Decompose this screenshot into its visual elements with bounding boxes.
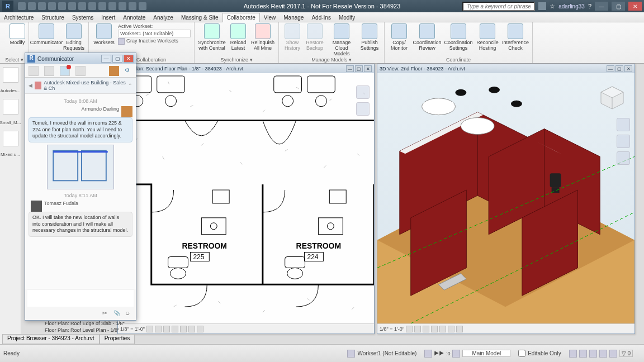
tool-emoji-icon[interactable]: ☺ — [125, 310, 132, 318]
tab-massing[interactable]: Massing & Site — [177, 13, 222, 22]
editing-requests-button[interactable]: Editing Requests — [63, 23, 85, 51]
status-main-model[interactable]: Main Model — [462, 350, 510, 357]
vc-3d-style-icon[interactable] — [414, 326, 421, 332]
msg1-attachment[interactable] — [47, 145, 114, 189]
view-min-icon[interactable]: — — [346, 65, 354, 72]
user-name[interactable]: adarling33 — [558, 3, 585, 9]
subscription-icon[interactable] — [538, 2, 546, 10]
communicator-messages[interactable]: Today 8:08 AM Armundo Darling Tomek, I m… — [25, 94, 136, 289]
comm-min-icon[interactable]: — — [101, 55, 111, 63]
tab-collaborate[interactable]: Collaborate — [222, 13, 260, 22]
tab-modify[interactable]: Modify — [335, 13, 359, 22]
communicator-input[interactable] — [27, 289, 134, 307]
tab-properties[interactable]: Properties — [100, 334, 135, 344]
browser-item[interactable]: Floor Plan: Roof Level Plan - 1/8" — [45, 327, 139, 334]
qat-save-icon[interactable] — [28, 2, 36, 10]
recent-thumb-2[interactable] — [3, 99, 18, 115]
qat-sync-icon[interactable] — [129, 2, 136, 10]
comm-tab-list-icon[interactable] — [75, 66, 86, 76]
manage-cloud-button[interactable]: Manage Cloud Models — [327, 23, 356, 57]
tab-systems[interactable]: Systems — [68, 13, 97, 22]
nav-home-icon[interactable] — [356, 85, 370, 99]
relinquish-button[interactable]: Relinquish All Mine — [250, 23, 275, 51]
qat-open-icon[interactable] — [18, 2, 26, 10]
sb-link-icon[interactable] — [579, 350, 587, 358]
restore-backup-button[interactable]: Restore Backup — [305, 23, 325, 51]
gray-inactive-button[interactable]: Gray Inactive Worksets — [118, 38, 191, 45]
3d-max-icon[interactable]: ▢ — [615, 65, 623, 72]
vc-3d-crop-icon[interactable] — [448, 326, 454, 332]
vc-3d-render-icon[interactable] — [439, 326, 446, 332]
collapse-icon[interactable]: ⌃ — [128, 83, 132, 88]
tab-architecture[interactable]: Architecture — [0, 13, 37, 22]
qat-dim-icon[interactable] — [78, 2, 86, 10]
vc-hide-icon[interactable] — [188, 326, 195, 332]
vc-sun-icon[interactable] — [163, 326, 170, 332]
status-workset-icon[interactable] — [347, 350, 355, 358]
sb-face-icon[interactable] — [599, 350, 607, 358]
qat-sel-icon[interactable] — [108, 2, 116, 10]
3d-view-canvas[interactable] — [377, 73, 634, 323]
qat-undo-icon[interactable] — [38, 2, 46, 10]
tool-cut-icon[interactable]: ✂ — [102, 310, 110, 318]
vc-3d-sun-icon[interactable] — [423, 326, 429, 332]
help-icon[interactable]: ? — [588, 3, 591, 9]
vc-detail-icon[interactable] — [146, 326, 153, 332]
tab-view[interactable]: View — [260, 13, 280, 22]
nav-wheel-icon[interactable] — [356, 102, 370, 116]
comm-settings-icon[interactable]: ⚙ — [125, 67, 132, 75]
worksets-button[interactable]: Worksets — [92, 23, 116, 46]
publish-settings-button[interactable]: Publish Settings — [358, 23, 381, 51]
tab-analyze[interactable]: Analyze — [149, 13, 177, 22]
interference-check-button[interactable]: Interference Check — [502, 23, 529, 51]
maximize-button[interactable]: ▢ — [612, 2, 625, 11]
reconcile-hosting-button[interactable]: Reconcile Hosting — [475, 23, 500, 51]
communicator-titlebar[interactable]: R Communicator — ▢ ✕ — [25, 53, 136, 64]
nav-home-icon[interactable] — [617, 118, 630, 131]
sb-pin-icon[interactable] — [589, 350, 597, 358]
editable-only-checkbox[interactable] — [518, 350, 525, 357]
vc-shadow-icon[interactable] — [172, 326, 178, 332]
search-input[interactable] — [462, 2, 535, 11]
coordination-settings-button[interactable]: Coordination Settings — [444, 23, 473, 51]
close-button[interactable]: ✕ — [628, 2, 642, 11]
qat-text-icon[interactable] — [98, 2, 106, 10]
tab-structure[interactable]: Structure — [37, 13, 68, 22]
tab-manage[interactable]: Manage — [280, 13, 307, 22]
reload-latest-button[interactable]: Reload Latest — [228, 23, 248, 51]
qat-print-icon[interactable] — [58, 2, 66, 10]
comm-tab-chat-icon[interactable] — [60, 66, 70, 76]
floor-plan-canvas[interactable]: RESTROOM 225 RESTROOM 224 G - ON — [118, 73, 374, 323]
vc-3d-detail-icon[interactable] — [406, 326, 413, 332]
view-max-icon[interactable]: ▢ — [355, 65, 363, 72]
tab-project-browser[interactable]: Project Browser - 384923 - Arch.rvt — [2, 334, 100, 344]
vc-reveal-icon[interactable] — [197, 326, 203, 332]
vc-3d-hide-icon[interactable] — [456, 326, 463, 332]
qat-switch-icon[interactable] — [139, 2, 146, 10]
status-design-icon[interactable] — [424, 350, 432, 358]
minimize-button[interactable]: — — [595, 2, 608, 11]
recent-thumb-3[interactable] — [3, 131, 18, 146]
star-icon[interactable]: ☆ — [550, 3, 555, 10]
modify-button[interactable]: Modify — [3, 23, 31, 46]
app-logo[interactable]: R — [2, 1, 13, 12]
sb-select-icon[interactable] — [569, 350, 577, 358]
communicator-button[interactable]: Communicator — [32, 23, 60, 46]
recent-thumb-1[interactable] — [3, 67, 18, 83]
sync-central-button[interactable]: Synchronize with Central — [198, 23, 226, 51]
coordination-review-button[interactable]: Coordination Review — [413, 23, 442, 51]
comm-close-icon[interactable]: ✕ — [124, 55, 134, 63]
qat-measure-icon[interactable] — [68, 2, 76, 10]
3d-close-icon[interactable]: ✕ — [624, 65, 632, 72]
communicator-project-header[interactable]: ◀ Autodesk Mixed-use Building - Sales & … — [25, 78, 136, 94]
nav-wheel-icon[interactable] — [617, 135, 630, 148]
comm-avatar[interactable] — [109, 66, 119, 76]
comm-tab-person-icon[interactable] — [44, 66, 54, 76]
vc-style-icon[interactable] — [155, 326, 162, 332]
nav-pan-icon[interactable] — [617, 151, 630, 165]
tab-insert[interactable]: Insert — [97, 13, 119, 22]
floor-plan-titlebar[interactable]: Floor Plan: Second Floor Plan - 1/8" - 3… — [118, 64, 374, 73]
comm-max-icon[interactable]: ▢ — [112, 55, 122, 63]
copy-monitor-button[interactable]: Copy/ Monitor — [388, 23, 410, 51]
panel-manage-models-label[interactable]: Manage Models ▾ — [279, 57, 384, 63]
